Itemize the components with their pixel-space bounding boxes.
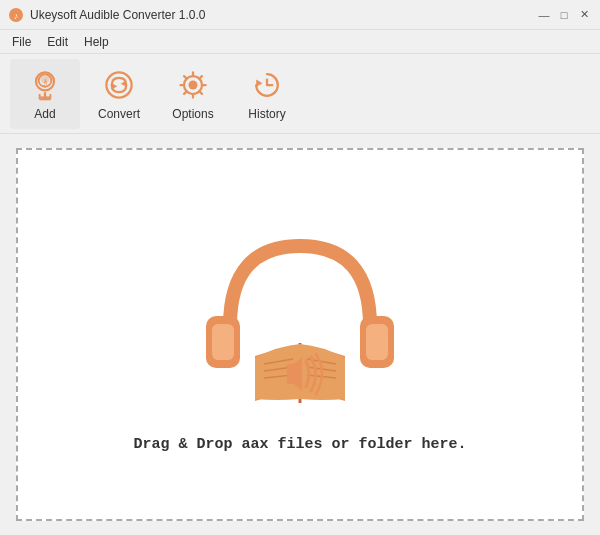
- app-title: Ukeysoft Audible Converter 1.0.0: [30, 8, 205, 22]
- menu-file[interactable]: File: [4, 33, 39, 51]
- svg-marker-25: [256, 79, 262, 86]
- add-button[interactable]: ♪ ♪ Add: [10, 59, 80, 129]
- menu-bar: File Edit Help: [0, 30, 600, 54]
- svg-rect-29: [212, 324, 234, 360]
- options-button[interactable]: Options: [158, 59, 228, 129]
- window-controls: — □ ✕: [536, 7, 592, 23]
- toolbar: ♪ ♪ Add Convert: [0, 54, 600, 134]
- minimize-button[interactable]: —: [536, 7, 552, 23]
- svg-rect-31: [366, 324, 388, 360]
- svg-line-21: [184, 76, 187, 79]
- drop-zone[interactable]: Drag & Drop aax files or folder here.: [16, 148, 584, 521]
- add-label: Add: [34, 107, 55, 121]
- headphones-book-icon: [190, 216, 410, 416]
- svg-line-22: [199, 91, 202, 94]
- convert-icon: [101, 67, 137, 103]
- title-bar: ♪ Ukeysoft Audible Converter 1.0.0 — □ ✕: [0, 0, 600, 30]
- convert-label: Convert: [98, 107, 140, 121]
- svg-text:♪: ♪: [43, 76, 47, 85]
- svg-point-12: [106, 72, 131, 97]
- history-button[interactable]: History: [232, 59, 302, 129]
- add-icon: ♪ ♪: [27, 67, 63, 103]
- convert-button[interactable]: Convert: [84, 59, 154, 129]
- title-bar-left: ♪ Ukeysoft Audible Converter 1.0.0: [8, 7, 205, 23]
- maximize-button[interactable]: □: [556, 7, 572, 23]
- svg-point-15: [189, 80, 198, 89]
- svg-marker-14: [112, 83, 117, 89]
- drop-area: Drag & Drop aax files or folder here.: [133, 216, 466, 453]
- history-icon: [249, 67, 285, 103]
- app-icon: ♪: [8, 7, 24, 23]
- options-label: Options: [172, 107, 213, 121]
- options-icon: [175, 67, 211, 103]
- svg-line-24: [199, 76, 202, 79]
- svg-line-23: [184, 91, 187, 94]
- drop-text: Drag & Drop aax files or folder here.: [133, 436, 466, 453]
- history-label: History: [248, 107, 285, 121]
- menu-help[interactable]: Help: [76, 33, 117, 51]
- close-button[interactable]: ✕: [576, 7, 592, 23]
- svg-text:♪: ♪: [14, 11, 19, 21]
- menu-edit[interactable]: Edit: [39, 33, 76, 51]
